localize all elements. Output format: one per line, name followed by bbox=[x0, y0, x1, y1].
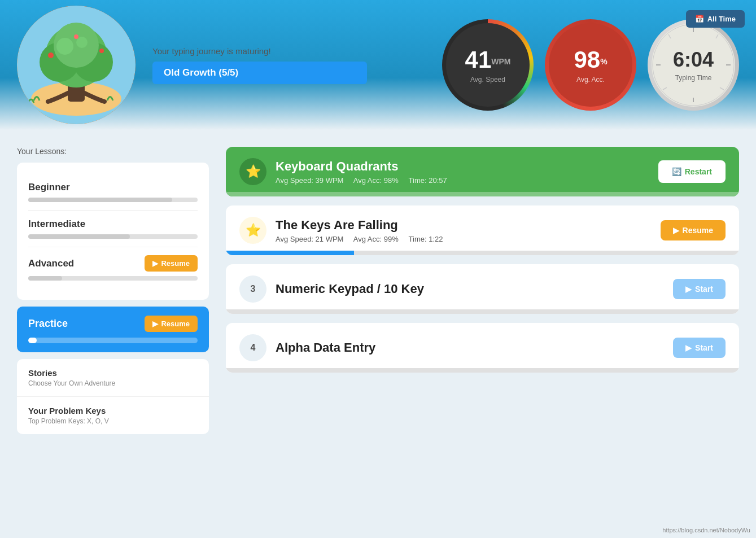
lesson-3-info: Numeric Keypad / 10 Key bbox=[276, 282, 424, 296]
all-time-button[interactable]: 📅 All Time bbox=[686, 10, 745, 28]
stories-title: Stories bbox=[28, 368, 198, 378]
practice-resume-button[interactable]: ▶ Resume bbox=[145, 316, 198, 332]
accuracy-inner: 98% Avg. Acc. bbox=[549, 23, 632, 107]
lesson-4-number: 4 bbox=[251, 343, 256, 353]
practice-progress-bar bbox=[28, 338, 198, 343]
svg-line-19 bbox=[663, 88, 667, 90]
play-icon-advanced: ▶ bbox=[152, 259, 158, 268]
lesson-item-advanced: Advanced ▶ Resume bbox=[28, 247, 198, 288]
lesson-4-info: Alpha Data Entry bbox=[276, 340, 375, 355]
lesson-name-intermediate: Intermediate bbox=[28, 218, 85, 230]
lesson-3-title: Numeric Keypad / 10 Key bbox=[276, 282, 424, 296]
practice-resume-label: Resume bbox=[161, 320, 190, 328]
lesson-card-3: 3 Numeric Keypad / 10 Key ▶ Start bbox=[226, 264, 739, 314]
lesson-item-beginner-header: Beginner bbox=[28, 182, 198, 193]
play-icon-lesson2: ▶ bbox=[673, 226, 679, 235]
header: Your typing journey is maturing! Old Gro… bbox=[0, 0, 756, 130]
progress-bar-container: Old Growth (5/5) bbox=[152, 62, 367, 84]
lesson-3-bottom-bar bbox=[226, 309, 739, 314]
problem-keys-title: Your Problem Keys bbox=[28, 406, 198, 415]
accuracy-value: 98% bbox=[574, 46, 607, 73]
practice-progress-fill bbox=[28, 338, 37, 343]
time-label: Typing Time bbox=[675, 74, 712, 82]
lesson-2-action-label: Resume bbox=[683, 226, 713, 235]
lesson-card-1: ⭐ Keyboard Quadrants Avg Speed: 39 WPM A… bbox=[226, 147, 739, 196]
lesson-1-bottom-fill bbox=[226, 192, 739, 196]
lesson-2-stats: Avg Speed: 21 WPM Avg Acc: 99% Time: 1:2… bbox=[276, 235, 443, 243]
lesson-progress-intermediate bbox=[28, 234, 198, 239]
lesson-4-icon: 4 bbox=[239, 334, 266, 361]
lesson-1-info: Keyboard Quadrants Avg Speed: 39 WPM Avg… bbox=[276, 159, 447, 185]
your-lessons-label: Your Lessons: bbox=[17, 147, 209, 156]
journey-text: Your typing journey is maturing! bbox=[152, 46, 442, 56]
header-info: Your typing journey is maturing! Old Gro… bbox=[152, 46, 442, 84]
main-content: Your Lessons: Beginner Intermediate bbox=[0, 130, 756, 451]
svg-point-11 bbox=[74, 34, 78, 39]
lesson-card-3-left: 3 Numeric Keypad / 10 Key bbox=[239, 275, 424, 303]
accuracy-label: Avg. Acc. bbox=[576, 76, 605, 84]
stories-subtitle: Choose Your Own Adventure bbox=[28, 379, 198, 387]
calendar-icon: 📅 bbox=[695, 15, 704, 23]
speed-inner: 41WPM Avg. Speed bbox=[446, 23, 530, 107]
lesson-1-action-label: Restart bbox=[685, 167, 712, 176]
lessons-list: ⭐ Keyboard Quadrants Avg Speed: 39 WPM A… bbox=[226, 147, 739, 434]
lesson-card-4: 4 Alpha Data Entry ▶ Start bbox=[226, 323, 739, 373]
lesson-1-restart-button[interactable]: 🔄 Restart bbox=[658, 160, 726, 183]
lesson-progress-advanced bbox=[28, 276, 198, 281]
problem-keys-item[interactable]: Your Problem Keys Top Problem Keys: X, O… bbox=[17, 397, 209, 434]
lesson-4-bottom-bar bbox=[226, 368, 739, 373]
svg-point-7 bbox=[56, 38, 73, 55]
lesson-item-intermediate: Intermediate bbox=[28, 211, 198, 247]
lesson-3-action-label: Start bbox=[695, 285, 713, 294]
lesson-progress-fill-advanced bbox=[28, 276, 62, 281]
lesson-2-icon: ⭐ bbox=[239, 217, 266, 244]
progress-bar-label: Old Growth (5/5) bbox=[164, 67, 238, 78]
extra-items: Stories Choose Your Own Adventure Your P… bbox=[17, 359, 209, 434]
advanced-resume-button[interactable]: ▶ Resume bbox=[145, 255, 198, 272]
lesson-4-start-button[interactable]: ▶ Start bbox=[673, 338, 726, 358]
lesson-name-beginner: Beginner bbox=[28, 182, 70, 193]
lesson-progress-beginner bbox=[28, 198, 198, 202]
advanced-resume-label: Resume bbox=[161, 259, 190, 268]
practice-header: Practice ▶ Resume bbox=[28, 316, 198, 332]
svg-point-9 bbox=[48, 53, 54, 58]
avatar bbox=[17, 6, 136, 124]
play-icon-practice: ▶ bbox=[152, 320, 158, 328]
lesson-2-bottom-fill bbox=[226, 251, 354, 255]
lesson-4-action-label: Start bbox=[695, 343, 713, 352]
lesson-1-stats: Avg Speed: 39 WPM Avg Acc: 98% Time: 20:… bbox=[276, 176, 447, 185]
star-completed-icon: ⭐ bbox=[246, 164, 261, 179]
lesson-3-start-button[interactable]: ▶ Start bbox=[673, 279, 726, 299]
lesson-progress-fill-beginner bbox=[28, 198, 172, 202]
lesson-3-number: 3 bbox=[251, 284, 256, 294]
svg-point-10 bbox=[99, 49, 104, 53]
play-icon-lesson3: ▶ bbox=[685, 285, 692, 294]
lesson-card-2-left: ⭐ The Keys Are Falling Avg Speed: 21 WPM… bbox=[239, 217, 443, 244]
svg-line-18 bbox=[716, 34, 718, 38]
all-time-label: All Time bbox=[707, 15, 736, 23]
lesson-card-2: ⭐ The Keys Are Falling Avg Speed: 21 WPM… bbox=[226, 205, 739, 255]
lesson-name-advanced: Advanced bbox=[28, 258, 74, 269]
time-stat: 6:04 Typing Time bbox=[648, 19, 739, 111]
lesson-item-intermediate-header: Intermediate bbox=[28, 218, 198, 230]
svg-point-8 bbox=[76, 37, 88, 48]
lesson-2-title: The Keys Are Falling bbox=[276, 218, 443, 233]
speed-label: Avg. Speed bbox=[470, 76, 505, 84]
speed-value: 41WPM bbox=[465, 46, 511, 73]
lesson-card-4-left: 4 Alpha Data Entry bbox=[239, 334, 375, 361]
svg-line-17 bbox=[668, 34, 671, 38]
lesson-2-resume-button[interactable]: ▶ Resume bbox=[661, 220, 726, 240]
practice-section: Practice ▶ Resume bbox=[17, 307, 209, 352]
lesson-1-icon: ⭐ bbox=[239, 158, 266, 185]
stories-item[interactable]: Stories Choose Your Own Adventure bbox=[17, 359, 209, 397]
url-bar: https://blog.csdn.net/NobodyWu bbox=[662, 527, 750, 533]
time-inner: 6:04 Typing Time bbox=[652, 23, 735, 107]
practice-title: Practice bbox=[28, 318, 68, 330]
lesson-3-icon: 3 bbox=[239, 275, 266, 303]
sidebar: Your Lessons: Beginner Intermediate bbox=[17, 147, 209, 434]
star-partial-icon: ⭐ bbox=[246, 223, 261, 238]
problem-keys-subtitle: Top Problem Keys: X, O, V bbox=[28, 417, 198, 425]
lessons-card: Beginner Intermediate Advanced bbox=[17, 163, 209, 300]
lesson-1-bottom-bar bbox=[226, 192, 739, 196]
stats-area: 41WPM Avg. Speed 98% Avg. Acc. bbox=[442, 19, 739, 111]
